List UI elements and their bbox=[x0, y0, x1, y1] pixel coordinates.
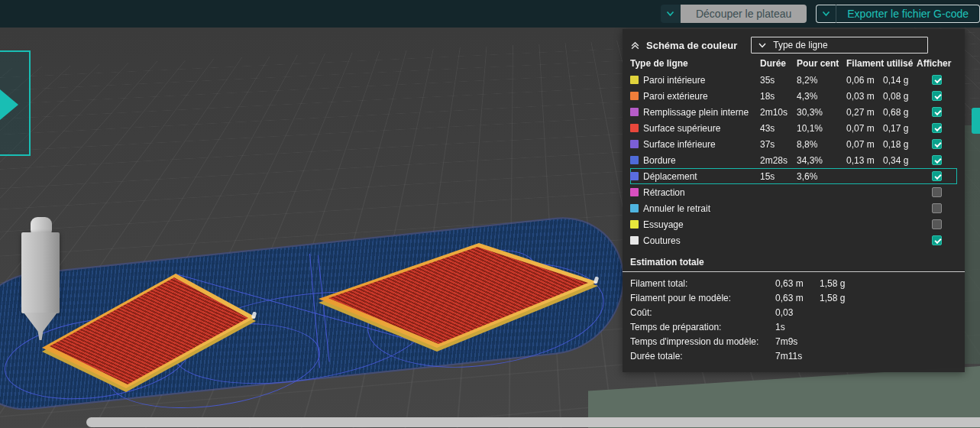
visibility-cell bbox=[917, 107, 957, 117]
simulation-path-slider[interactable] bbox=[86, 417, 980, 427]
visibility-checkbox[interactable] bbox=[932, 171, 942, 181]
line-type-row[interactable]: Remplissage plein interne 2m10s 30,3% 0,… bbox=[630, 104, 957, 120]
visibility-cell bbox=[917, 219, 957, 229]
printhead-model bbox=[14, 217, 69, 349]
totals-label: Filament pour le modèle: bbox=[630, 293, 775, 303]
column-header-percent: Pour cent bbox=[797, 58, 846, 69]
totals-row: Temps d'impression du modèle: 7m9s bbox=[630, 334, 957, 349]
column-header-filament: Filament utilisé bbox=[846, 58, 917, 69]
line-type-row[interactable]: Coutures bbox=[630, 232, 957, 248]
chevron-down-icon bbox=[822, 11, 830, 17]
line-filament-weight: 0,17 g bbox=[883, 123, 917, 134]
visibility-checkbox[interactable] bbox=[932, 107, 942, 117]
visibility-checkbox[interactable] bbox=[932, 187, 942, 197]
line-type-label: Coutures bbox=[643, 235, 681, 246]
chevron-down-icon bbox=[666, 11, 674, 17]
table-column-headers: Type de ligne Durée Pour cent Filament u… bbox=[630, 55, 957, 72]
line-type-row[interactable]: Surface supérieure 43s 10,1% 0,07 m 0,17… bbox=[630, 120, 957, 136]
line-type-label: Paroi extérieure bbox=[643, 91, 708, 102]
line-percent: 8,8% bbox=[797, 139, 846, 150]
collapse-panel-icon[interactable] bbox=[630, 41, 640, 50]
line-type-row[interactable]: Essuyage bbox=[630, 216, 957, 232]
visibility-checkbox[interactable] bbox=[932, 235, 942, 245]
totals-value-primary: 7m9s bbox=[775, 336, 820, 347]
column-header-type: Type de ligne bbox=[630, 58, 760, 69]
line-color-swatch bbox=[630, 76, 639, 84]
color-scheme-panel: Schéma de couleur Type de ligne Type de … bbox=[623, 29, 965, 372]
offscreen-object-outline[interactable] bbox=[0, 50, 31, 156]
line-type-row[interactable]: Surface inférieure 37s 8,8% 0,07 m 0,18 … bbox=[630, 136, 957, 152]
line-color-swatch bbox=[630, 172, 639, 180]
visibility-cell bbox=[917, 171, 957, 181]
line-type-row[interactable]: Bordure 2m28s 34,3% 0,13 m 0,34 g bbox=[630, 152, 957, 168]
line-type-label: Essuyage bbox=[643, 219, 684, 230]
printhead-nozzle bbox=[21, 313, 60, 340]
totals-value-primary: 7m11s bbox=[775, 351, 820, 362]
buildplate-edge bbox=[965, 125, 980, 364]
line-percent: 30,3% bbox=[797, 107, 846, 118]
totals-label: Coût: bbox=[630, 307, 775, 318]
line-color-swatch bbox=[630, 92, 639, 100]
line-type-row[interactable]: Paroi extérieure 18s 4,3% 0,03 m 0,08 g bbox=[630, 88, 957, 104]
line-color-swatch bbox=[630, 156, 639, 164]
line-percent: 3,6% bbox=[797, 171, 846, 182]
printed-model-right[interactable] bbox=[313, 240, 603, 355]
totals-table: Filament total: 0,63 m 1,58 g Filament p… bbox=[630, 276, 957, 363]
visibility-checkbox[interactable] bbox=[932, 203, 942, 213]
line-duration: 37s bbox=[760, 139, 797, 150]
printed-model-left[interactable] bbox=[38, 271, 267, 397]
line-type-label: Surface inférieure bbox=[643, 139, 716, 150]
visibility-checkbox[interactable] bbox=[932, 219, 942, 229]
panel-header: Schéma de couleur Type de ligne bbox=[630, 35, 957, 55]
line-percent: 34,3% bbox=[797, 155, 846, 166]
layer-slider-handle[interactable] bbox=[972, 108, 980, 134]
line-color-swatch bbox=[630, 204, 639, 212]
line-type-row[interactable]: Déplacement 15s 3,6% bbox=[630, 168, 957, 184]
line-type-cell: Rétraction bbox=[630, 187, 760, 198]
totals-separator bbox=[623, 271, 965, 272]
totals-label: Durée totale: bbox=[630, 351, 775, 362]
view-type-dropdown[interactable]: Type de ligne bbox=[751, 37, 928, 54]
panel-title: Schéma de couleur bbox=[646, 40, 737, 51]
line-type-cell: Paroi extérieure bbox=[630, 91, 760, 102]
visibility-checkbox[interactable] bbox=[932, 123, 942, 133]
line-type-row[interactable]: Annuler le retrait bbox=[630, 200, 957, 216]
line-type-row[interactable]: Rétraction bbox=[630, 184, 957, 200]
line-type-row[interactable]: Paroi intérieure 35s 8,2% 0,06 m 0,14 g bbox=[630, 72, 957, 88]
totals-title: Estimation totale bbox=[630, 255, 957, 269]
totals-label: Filament total: bbox=[630, 278, 775, 289]
line-type-cell: Annuler le retrait bbox=[630, 203, 760, 214]
line-type-cell: Remplissage plein interne bbox=[630, 107, 760, 118]
line-filament-weight: 0,14 g bbox=[883, 75, 917, 86]
line-percent: 4,3% bbox=[797, 91, 846, 102]
visibility-checkbox[interactable] bbox=[932, 75, 942, 85]
line-filament-weight: 0,18 g bbox=[883, 139, 917, 150]
line-color-swatch bbox=[630, 108, 639, 116]
line-type-label: Rétraction bbox=[643, 187, 685, 198]
line-duration: 2m28s bbox=[760, 155, 797, 166]
line-filament-length: 0,07 m bbox=[846, 123, 883, 134]
export-options-chevron-button[interactable] bbox=[816, 5, 836, 23]
visibility-cell bbox=[917, 155, 957, 165]
line-color-swatch bbox=[630, 140, 639, 148]
object-arrow-icon bbox=[0, 86, 18, 124]
visibility-cell bbox=[917, 123, 957, 133]
visibility-checkbox[interactable] bbox=[932, 91, 942, 101]
line-percent: 10,1% bbox=[797, 123, 846, 134]
line-filament-length: 0,07 m bbox=[846, 139, 883, 150]
line-duration: 15s bbox=[760, 171, 797, 182]
totals-row: Durée totale: 7m11s bbox=[630, 349, 957, 363]
line-type-label: Surface supérieure bbox=[643, 123, 720, 134]
totals-value-primary: 0,63 m bbox=[775, 293, 820, 303]
visibility-checkbox[interactable] bbox=[932, 139, 942, 149]
export-gcode-button[interactable]: Exporter le fichier G-code bbox=[836, 5, 980, 23]
slice-plate-button[interactable]: Découper le plateau bbox=[681, 5, 807, 23]
line-color-swatch bbox=[630, 188, 639, 196]
visibility-checkbox[interactable] bbox=[932, 155, 942, 165]
slice-options-chevron-button[interactable] bbox=[661, 5, 681, 23]
line-type-cell: Essuyage bbox=[630, 219, 760, 230]
line-type-cell: Surface supérieure bbox=[630, 123, 760, 134]
line-type-label: Déplacement bbox=[643, 171, 697, 182]
line-filament-length: 0,13 m bbox=[846, 155, 883, 166]
totals-value-secondary: 1,58 g bbox=[820, 278, 957, 289]
